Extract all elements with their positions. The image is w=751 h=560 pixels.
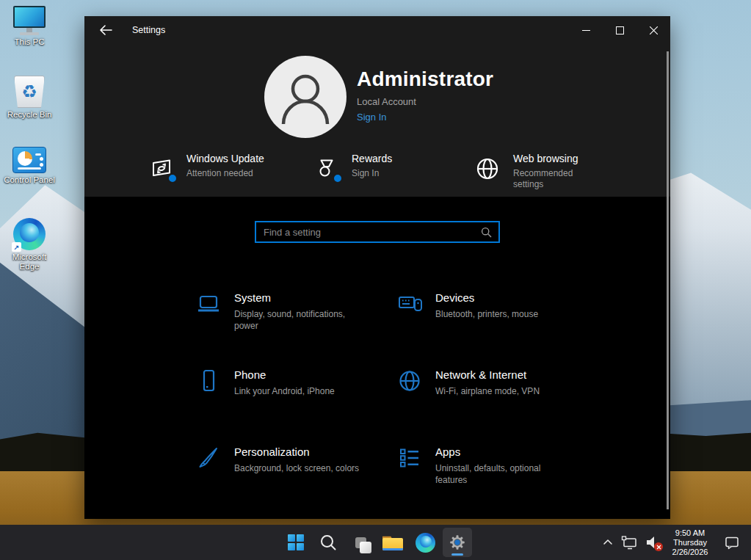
quick-status-rewards[interactable]: Rewards Sign In [312, 151, 392, 183]
quick-status-subtitle: Recommended settings [513, 168, 594, 190]
desktop-icon-label: Control Panel [4, 175, 55, 185]
clock-date: 2/26/2026 [668, 548, 712, 557]
shortcut-arrow-icon: ↗ [12, 242, 21, 252]
devices-icon [396, 291, 423, 317]
quick-status-subtitle: Attention needed [186, 168, 264, 179]
search-input[interactable] [256, 222, 481, 241]
laptop-icon [195, 291, 222, 317]
category-personalization[interactable]: Personalization Background, lock screen,… [195, 443, 396, 520]
network-tray-button[interactable] [617, 528, 641, 557]
category-title: Phone [234, 368, 335, 381]
phone-icon [195, 368, 222, 394]
quick-status-title: Windows Update [186, 153, 264, 164]
ethernet-network-icon [621, 535, 637, 550]
close-button[interactable] [636, 16, 670, 44]
maximize-icon [616, 26, 624, 34]
category-subtitle: Uninstall, defaults, optional features [435, 462, 562, 486]
settings-gear-icon [446, 531, 468, 553]
quick-status-title: Rewards [352, 153, 392, 164]
desktop-icon-this-pc[interactable]: This PC [1, 6, 57, 47]
minimize-button[interactable] [569, 16, 603, 44]
avatar [264, 56, 347, 138]
category-title: System [234, 291, 360, 304]
desktop-icon-control-panel[interactable]: Control Panel [1, 147, 57, 185]
settings-body: System Display, sound, notifications, po… [84, 197, 670, 519]
back-arrow-icon [101, 26, 112, 34]
start-button[interactable] [281, 528, 311, 557]
clock-time: 9:50 AM [668, 528, 712, 538]
task-view-button[interactable] [346, 528, 375, 557]
back-button[interactable] [90, 16, 121, 44]
tray-chevron-button[interactable] [598, 528, 617, 557]
title-bar: Settings [84, 16, 670, 44]
category-grid: System Display, sound, notifications, po… [195, 289, 598, 520]
quick-status-web-browsing[interactable]: Web browsing Recommended settings [474, 151, 594, 190]
attention-badge [333, 173, 343, 183]
account-header: Administrator Local Account Sign In [84, 44, 670, 197]
quick-status-subtitle: Sign In [352, 168, 392, 179]
person-icon [264, 56, 347, 138]
desktop-icon-label: Microsoft Edge [1, 252, 57, 272]
globe-icon [474, 154, 503, 183]
settings-window: Settings [84, 16, 670, 519]
recycle-bin-icon: ♻ [14, 76, 45, 108]
desktop-icon-label: Recycle Bin [7, 110, 52, 120]
category-subtitle: Display, sound, notifications, power [234, 308, 360, 332]
category-subtitle: Wi-Fi, airplane mode, VPN [435, 385, 540, 397]
control-panel-icon [12, 147, 46, 173]
paintbrush-icon [195, 445, 222, 471]
window-scrollbar[interactable] [667, 51, 669, 509]
search-box [255, 221, 500, 243]
close-icon [650, 26, 658, 34]
desktop: This PC ♻ Recycle Bin Control Panel ↗ Mi… [0, 0, 751, 560]
window-title: Settings [132, 16, 165, 44]
category-title: Apps [435, 446, 562, 458]
desktop-icon-edge[interactable]: ↗ Microsoft Edge [1, 218, 57, 272]
edge-icon: ↗ [13, 218, 46, 250]
category-system[interactable]: System Display, sound, notifications, po… [195, 289, 396, 366]
edge-icon [416, 533, 435, 553]
notification-bubble-icon [724, 535, 740, 550]
quick-status-title: Web browsing [513, 153, 594, 164]
category-title: Personalization [234, 446, 359, 458]
taskbar-clock[interactable]: 9:50 AM Thursday 2/26/2026 [666, 528, 714, 557]
search-icon[interactable] [481, 227, 492, 238]
network-globe-icon [396, 368, 423, 394]
category-title: Devices [435, 291, 538, 304]
sign-in-link[interactable]: Sign In [357, 112, 493, 123]
quick-status-windows-update[interactable]: Windows Update Attention needed [147, 151, 264, 183]
chevron-up-icon [602, 537, 614, 548]
clock-day: Thursday [668, 538, 712, 548]
desktop-icon-label: This PC [15, 37, 45, 47]
taskbar: 9:50 AM Thursday 2/26/2026 [0, 525, 751, 560]
category-subtitle: Background, lock screen, colors [234, 462, 359, 474]
windows-logo-icon [287, 534, 305, 551]
category-devices[interactable]: Devices Bluetooth, printers, mouse [396, 289, 598, 366]
maximize-button[interactable] [603, 16, 636, 44]
category-title: Network & Internet [435, 368, 540, 381]
category-phone[interactable]: Phone Link your Android, iPhone [195, 366, 396, 443]
category-subtitle: Link your Android, iPhone [234, 385, 335, 397]
apps-list-icon [396, 445, 423, 471]
search-button[interactable] [313, 528, 343, 557]
volume-tray-button[interactable] [641, 528, 666, 557]
account-name: Administrator [357, 68, 493, 91]
category-subtitle: Bluetooth, printers, mouse [435, 308, 538, 320]
file-explorer-button[interactable] [378, 528, 407, 557]
file-explorer-icon [382, 534, 403, 551]
mute-badge [654, 542, 663, 551]
desktop-icon-recycle-bin[interactable]: ♻ Recycle Bin [1, 76, 57, 120]
this-pc-icon [13, 6, 46, 35]
notification-center-button[interactable] [720, 528, 744, 557]
search-icon [319, 534, 337, 551]
settings-taskbar-button[interactable] [443, 528, 472, 557]
category-apps[interactable]: Apps Uninstall, defaults, optional featu… [396, 443, 598, 520]
edge-button[interactable] [410, 528, 440, 557]
account-type: Local Account [357, 96, 493, 107]
attention-badge [167, 173, 178, 183]
minimize-icon [582, 26, 590, 34]
task-view-icon [349, 531, 372, 554]
active-app-indicator [451, 553, 463, 556]
category-network[interactable]: Network & Internet Wi-Fi, airplane mode,… [396, 366, 598, 443]
